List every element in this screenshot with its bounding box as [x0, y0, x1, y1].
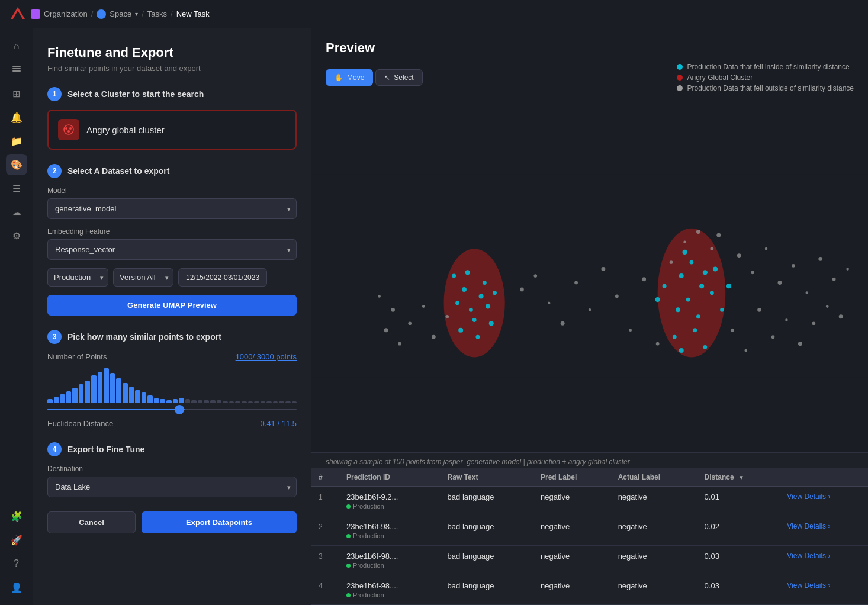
slider-handle[interactable] — [175, 405, 184, 414]
dataset-type-select[interactable]: Production — [47, 268, 108, 287]
svg-point-6 — [67, 130, 70, 133]
svg-point-51 — [398, 342, 401, 346]
sep2: / — [142, 9, 144, 18]
nav-rocket[interactable]: 🚀 — [6, 529, 27, 551]
nav-puzzle[interactable]: 🧩 — [6, 506, 27, 527]
org-label[interactable]: Organization — [44, 9, 88, 18]
svg-point-55 — [472, 318, 477, 322]
cell-actual-label: negative — [611, 487, 697, 516]
col-distance[interactable]: Distance ▼ — [697, 468, 780, 487]
svg-point-39 — [771, 335, 775, 339]
cell-view-details[interactable]: View Details › — [780, 546, 868, 575]
space-label[interactable]: Space — [110, 9, 131, 18]
svg-point-45 — [670, 260, 673, 264]
table-row: 2 23be1b6f-98.... Production bad languag… — [311, 516, 868, 546]
nav-list[interactable]: ☰ — [6, 178, 27, 199]
embedding-select[interactable]: Response_vector — [47, 239, 297, 260]
cluster-icon — [58, 119, 79, 140]
svg-point-46 — [683, 240, 686, 243]
nav-folder[interactable]: 📁 — [6, 130, 27, 152]
nav-dashboard[interactable]: ⊞ — [6, 83, 27, 104]
nav-bell[interactable]: 🔔 — [6, 107, 27, 128]
breadcrumb: Organization / Space ▾ / Tasks / New Tas… — [31, 9, 210, 19]
space-chevron-icon[interactable]: ▾ — [135, 11, 138, 17]
tasks-label[interactable]: Tasks — [147, 9, 167, 18]
histogram-bar-22 — [185, 399, 191, 403]
histogram-bar-19 — [166, 400, 172, 403]
nav-palette[interactable]: 🎨 — [6, 154, 27, 175]
export-button[interactable]: Export Datapoints — [142, 511, 297, 533]
histogram-bar-6 — [85, 381, 90, 403]
select-button[interactable]: ↖ Select — [375, 69, 422, 86]
nav-help[interactable]: ? — [6, 553, 27, 574]
destination-select[interactable]: Data Lake — [47, 477, 297, 497]
histogram-bar-26 — [210, 400, 216, 403]
app-logo[interactable] — [9, 6, 26, 22]
svg-point-58 — [465, 270, 470, 275]
cell-actual-label: negative — [611, 546, 697, 575]
move-button[interactable]: ✋ Move — [326, 69, 373, 86]
cell-pred-label: negative — [533, 487, 611, 516]
svg-point-54 — [479, 294, 484, 298]
panel-subtitle: Find similar points in your dataset and … — [47, 64, 297, 73]
cancel-button[interactable]: Cancel — [47, 511, 136, 533]
svg-point-12 — [422, 305, 425, 308]
svg-point-19 — [574, 281, 578, 285]
histogram-bar-14 — [135, 390, 140, 403]
nav-user[interactable]: 👤 — [6, 577, 27, 598]
histogram-wrap — [47, 367, 297, 414]
sep3: / — [171, 9, 173, 18]
generate-umap-button[interactable]: Generate UMAP Preview — [47, 295, 297, 316]
svg-point-63 — [690, 260, 694, 265]
view-details-link[interactable]: View Details › — [787, 552, 861, 560]
svg-point-17 — [548, 302, 551, 305]
cell-pred-label: negative — [533, 516, 611, 546]
legend-dot-angry-cluster — [677, 75, 683, 81]
version-select[interactable]: Version All — [113, 268, 173, 287]
embedding-select-wrap: Response_vector ▾ — [47, 239, 297, 260]
view-details-link[interactable]: View Details › — [787, 522, 861, 530]
cell-view-details[interactable]: View Details › — [780, 516, 868, 546]
visualization-area[interactable] — [311, 99, 868, 452]
step1-badge: 1 — [47, 87, 62, 101]
dataset-type-wrap: Production ▾ — [47, 268, 108, 287]
model-select[interactable]: generative_model — [47, 198, 297, 219]
histogram-bar-28 — [223, 401, 228, 403]
table-info: showing a sample of 100 points from jasp… — [311, 453, 868, 468]
svg-point-75 — [452, 274, 456, 278]
cluster-card[interactable]: Angry global cluster — [47, 110, 297, 150]
space-icon — [97, 9, 106, 19]
inline-filters-row: Production ▾ Version All ▾ 12/15/2022-03… — [47, 268, 297, 287]
nav-layers[interactable] — [6, 59, 27, 81]
svg-point-68 — [703, 270, 708, 275]
cell-view-details[interactable]: View Details › — [780, 487, 868, 516]
nav-settings[interactable]: ⚙ — [6, 225, 27, 246]
histogram-bar-16 — [147, 395, 153, 403]
cell-distance: 0.03 — [697, 546, 780, 575]
histogram-bar-18 — [160, 399, 165, 403]
date-range[interactable]: 12/15/2022-03/01/2023 — [178, 268, 267, 287]
histogram-bar-32 — [248, 401, 253, 403]
histogram-bar-24 — [198, 400, 203, 403]
cell-view-details[interactable]: View Details › — [780, 575, 868, 605]
newtask-label: New Task — [176, 9, 210, 18]
view-details-link[interactable]: View Details › — [787, 581, 861, 590]
panel-title: Finetune and Export — [47, 45, 297, 60]
euclidean-label: Euclidean Distance — [47, 419, 113, 428]
svg-point-67 — [696, 314, 700, 318]
nav-cloud[interactable]: ☁ — [6, 201, 27, 223]
nav-home[interactable]: ⌂ — [6, 36, 27, 57]
svg-point-16 — [533, 274, 537, 278]
histogram-bar-39 — [292, 401, 297, 403]
histogram-bar-4 — [72, 388, 78, 403]
histogram-bar-27 — [217, 400, 222, 403]
view-details-link[interactable]: View Details › — [787, 493, 861, 501]
svg-point-33 — [832, 278, 836, 281]
svg-point-47 — [696, 230, 700, 234]
cell-pred-label: negative — [533, 546, 611, 575]
legend-dot-production-outside — [677, 85, 683, 91]
cell-distance: 0.01 — [697, 487, 780, 516]
table-row: 4 23be1b6f-98.... Production bad languag… — [311, 575, 868, 605]
hand-icon: ✋ — [335, 73, 343, 82]
scatter-plot — [311, 99, 868, 452]
